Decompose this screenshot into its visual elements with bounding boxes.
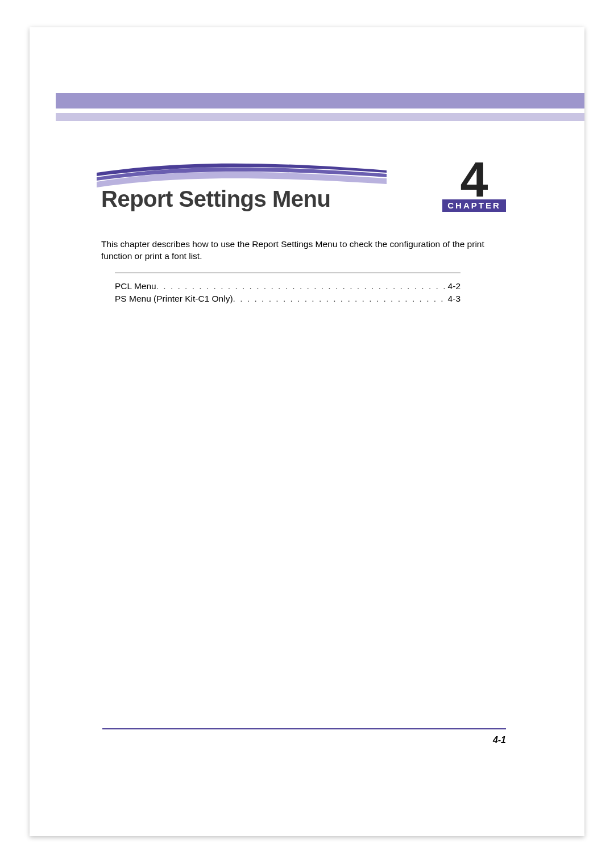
footer-rule bbox=[102, 728, 506, 729]
toc-rule bbox=[115, 273, 460, 273]
toc-dots bbox=[233, 293, 448, 305]
chapter-intro: This chapter describes how to use the Re… bbox=[101, 239, 506, 262]
header-bars bbox=[56, 93, 584, 121]
toc-label: PCL Menu bbox=[115, 280, 156, 293]
page-number: 4-1 bbox=[493, 735, 506, 745]
chapter-label: CHAPTER bbox=[442, 199, 506, 212]
toc-page: 4-3 bbox=[448, 293, 460, 305]
toc-page: 4-2 bbox=[448, 280, 460, 293]
header-bar-bottom bbox=[56, 113, 584, 121]
toc-row: PS Menu (Printer Kit-C1 Only) 4-3 bbox=[115, 293, 460, 305]
chapter-number: 4 bbox=[442, 161, 506, 198]
toc-row: PCL Menu 4-2 bbox=[115, 280, 460, 293]
toc-label: PS Menu (Printer Kit-C1 Only) bbox=[115, 293, 233, 305]
toc-dots bbox=[156, 280, 448, 293]
chapter-title: Report Settings Menu bbox=[101, 186, 330, 212]
header-bar-top bbox=[56, 93, 584, 108]
toc: PCL Menu 4-2 PS Menu (Printer Kit-C1 Onl… bbox=[115, 273, 460, 306]
chapter-title-wrap: Report Settings Menu bbox=[101, 158, 442, 212]
chapter-number-block: 4 CHAPTER bbox=[442, 161, 506, 212]
chapter-heading: Report Settings Menu 4 CHAPTER bbox=[101, 158, 506, 212]
swoosh-icon bbox=[97, 158, 387, 190]
page: Report Settings Menu 4 CHAPTER This chap… bbox=[30, 27, 584, 836]
